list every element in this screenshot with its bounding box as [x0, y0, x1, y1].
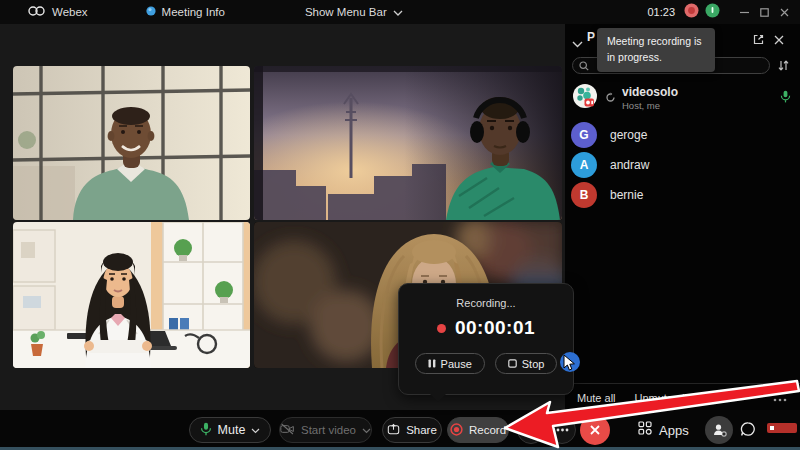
start-video-button[interactable]: Start video [279, 417, 372, 443]
video-frame-man-headphones [254, 66, 562, 220]
recording-dot-icon [437, 324, 446, 333]
video-frame-woman-doctor [13, 222, 250, 368]
meeting-info-button[interactable]: Meeting Info [146, 6, 225, 18]
mute-all-button[interactable]: Mute all [577, 392, 616, 404]
more-options-button[interactable] [548, 416, 576, 444]
video-tile-participant-3[interactable] [13, 222, 250, 368]
popout-panel-icon[interactable] [752, 32, 765, 50]
panel-footer: Mute all Unmute all [565, 383, 800, 411]
chat-button[interactable] [740, 421, 756, 441]
camera-off-icon [280, 423, 295, 438]
stop-label: Stop [522, 358, 545, 370]
sync-icon [605, 89, 616, 107]
video-frame-man-smiling [13, 66, 250, 220]
show-menu-bar-button[interactable]: Show Menu Bar [305, 6, 403, 18]
stop-recording-button[interactable]: Stop [495, 353, 558, 374]
close-panel-icon[interactable] [773, 32, 785, 50]
mute-label: Mute [218, 423, 246, 437]
panel-title: P [587, 30, 595, 44]
participant-name: bernie [610, 188, 643, 202]
start-video-label: Start video [301, 424, 356, 436]
apps-grid-icon [638, 421, 652, 439]
minimize-button[interactable] [734, 4, 754, 20]
share-label: Share [406, 424, 437, 436]
share-screen-icon [387, 423, 400, 437]
info-dot-icon [146, 6, 156, 18]
meeting-info-label: Meeting Info [162, 6, 225, 18]
panel-more-options-icon[interactable] [773, 392, 787, 404]
rec-badge-dot [770, 426, 774, 430]
chevron-down-icon [393, 6, 403, 18]
pause-recording-button[interactable]: Pause [415, 353, 485, 374]
unmute-all-button[interactable]: Unmute all [635, 392, 688, 404]
show-menu-bar-label: Show Menu Bar [305, 6, 387, 18]
webex-logo-icon [27, 5, 46, 19]
microphone-icon [200, 422, 212, 439]
recording-status-text: Recording... [456, 297, 515, 309]
participants-panel: P [565, 24, 800, 410]
stop-icon [508, 358, 517, 370]
avatar: B [571, 182, 597, 208]
participant-row-andraw[interactable]: A andraw [565, 150, 800, 180]
mouse-cursor-icon [563, 354, 577, 372]
participants-button[interactable] [705, 416, 733, 444]
titlebar: Webex Meeting Info Show Menu Bar 01:23 [0, 0, 800, 24]
share-button[interactable]: Share [382, 417, 442, 443]
start-video-chevron-icon[interactable] [362, 423, 371, 437]
record-button[interactable]: Record [447, 417, 509, 443]
mute-button[interactable]: Mute [189, 417, 271, 443]
record-label: Record [469, 424, 506, 436]
recording-indicator-icon [684, 3, 699, 22]
panel-collapse-chevron-icon[interactable] [572, 34, 583, 52]
pause-label: Pause [441, 358, 472, 370]
videosolo-avatar [572, 83, 598, 113]
maximize-button[interactable] [754, 4, 774, 20]
apps-button[interactable]: Apps [638, 421, 689, 439]
screen-recorder-badge [767, 423, 797, 433]
avatar: G [571, 122, 597, 148]
pause-icon [428, 358, 436, 370]
search-icon [579, 57, 589, 75]
close-window-button[interactable] [774, 4, 794, 20]
meeting-controls: Mute Start video Share Record [0, 410, 800, 447]
recording-tooltip: Meeting recording is in progress. [597, 28, 715, 72]
participant-name: videosolo [622, 85, 678, 99]
recording-timer: 00:00:01 [455, 317, 535, 339]
participant-row-geroge[interactable]: G geroge [565, 120, 800, 150]
app-title: Webex [52, 6, 88, 18]
recording-popup: Recording... 00:00:01 Pause Stop [398, 283, 574, 395]
mic-on-icon [780, 89, 791, 107]
participant-row-videosolo[interactable]: videosolo Host, me [565, 81, 800, 115]
participant-name: geroge [610, 128, 647, 142]
participant-name: andraw [610, 158, 649, 172]
video-tile-participant-1[interactable] [13, 66, 250, 220]
meeting-timer: 01:23 [647, 6, 675, 18]
security-indicator-icon [705, 3, 720, 22]
reactions-button[interactable] [517, 416, 545, 444]
mute-chevron-icon[interactable] [251, 423, 260, 437]
webex-window: Webex Meeting Info Show Menu Bar 01:23 [0, 0, 800, 450]
participant-role: Host, me [622, 100, 678, 111]
avatar: A [571, 152, 597, 178]
sort-participants-icon[interactable] [777, 58, 790, 76]
record-icon [450, 423, 463, 438]
participant-row-bernie[interactable]: B bernie [565, 180, 800, 210]
video-tile-participant-2[interactable] [254, 66, 562, 220]
leave-meeting-button[interactable] [580, 415, 610, 445]
apps-label: Apps [659, 423, 689, 438]
